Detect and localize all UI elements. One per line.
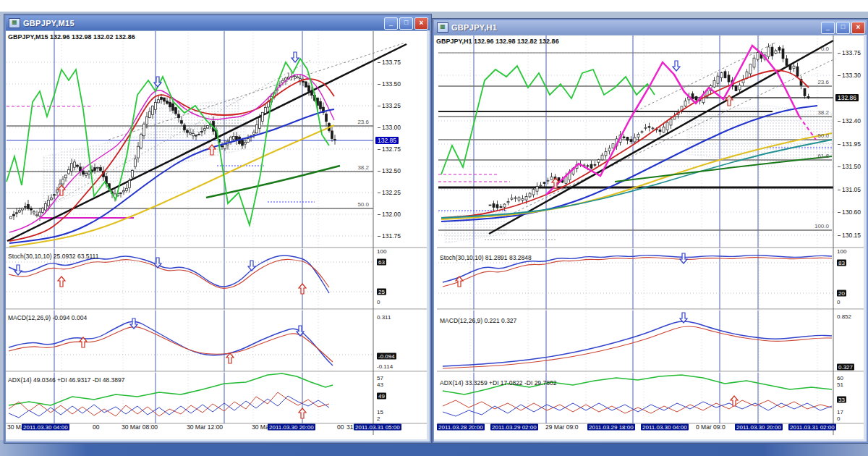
adx-scale-2: 2 <box>377 415 380 422</box>
chart-icon: ▦ <box>437 22 448 33</box>
time-marker-tag: 2011.03.30 04:00 <box>22 424 69 431</box>
stoch-scale-83: 83 <box>837 260 846 266</box>
adx-scale-33: 33 <box>837 397 846 403</box>
price-tick-133.75: 133.75 <box>378 59 401 66</box>
price-tick-131.05: 131.05 <box>838 186 861 193</box>
price-tick-132.40: 132.40 <box>838 117 861 124</box>
ohlc-header: GBPJPY,H1 132.96 132.98 132.82 132.86 <box>436 38 559 45</box>
time-marker-tag: 2011.03.30 20:00 <box>735 424 783 431</box>
chart-content-h1[interactable]: GBPJPY,H1 132.96 132.98 132.82 132.86 13… <box>434 35 864 439</box>
fib-label-50.0: 50.0 <box>817 132 829 139</box>
window-m15: ▦ GBPJPY,M15 _ □ × GBPJPY,M15 132.96 132… <box>4 14 431 443</box>
fib-label-50.0: 50.0 <box>357 201 369 208</box>
titlebar-h1[interactable]: ▦ GBPJPY,H1 _ □ × <box>434 20 867 35</box>
fib-label-0.0: 0.0 <box>821 46 829 52</box>
price-tick-131.95: 131.95 <box>838 140 861 148</box>
adx-scale-15: 15 <box>377 409 383 415</box>
price-tick-133.50: 133.50 <box>378 80 401 88</box>
adx-scale-49: 49 <box>377 393 386 400</box>
macd-scale-0.327: 0.327 <box>837 364 854 371</box>
indicator-label-macd: MACD(12,26,9) 0.221 0.327 <box>440 317 516 324</box>
ohlc-header: GBPJPY,M15 132.96 132.98 132.02 132.86 <box>8 33 135 41</box>
macd-scale-0.852: 0.852 <box>837 313 851 320</box>
fib-label-61.8: 61.8 <box>817 153 829 159</box>
current-price-tag: 132.85 <box>375 137 399 144</box>
time-marker-tag: 2011.03.31 05:00 <box>354 424 401 431</box>
adx-scale-60: 60 <box>837 375 843 381</box>
price-tick-132.75: 132.75 <box>378 145 401 153</box>
time-axis-label: 30 Ma <box>252 423 269 431</box>
price-tick-133.00: 133.00 <box>378 124 401 131</box>
macd-scale--0.114: -0.114 <box>377 363 393 370</box>
chart-icon: ▦ <box>9 18 20 28</box>
time-axis-label: 31 <box>346 423 353 431</box>
indicator-label-stoch: Stoch(30,10,10) 81.2891 83.2848 <box>440 254 532 261</box>
indicator-label-adx: ADX(14) 49.0346 +DI 46.9317 -DI 48.3897 <box>8 376 124 384</box>
time-marker-tag: 2011.03.29 18:00 <box>587 424 635 431</box>
fib-label-38.2: 38.2 <box>357 164 369 171</box>
adx-scale-43: 43 <box>377 381 383 388</box>
price-tick-131.75: 131.75 <box>378 232 401 240</box>
stoch-scale-63: 63 <box>377 259 386 266</box>
restore-button[interactable]: □ <box>399 17 413 30</box>
time-axis-label: 00 <box>337 423 344 431</box>
stoch-scale-20: 20 <box>837 290 846 297</box>
macd-scale--0.094: -0.094 <box>377 353 396 360</box>
time-axis-label: 30 Mar 12:00 <box>187 423 223 431</box>
price-tick-130.60: 130.60 <box>838 208 861 216</box>
time-axis-label: 0 Mar 09:0 <box>696 423 726 431</box>
fib-label-38.2: 38.2 <box>817 109 829 116</box>
minimize-button[interactable]: _ <box>821 22 835 34</box>
restore-button[interactable]: □ <box>836 22 850 34</box>
fib-label-23.6: 23.6 <box>817 79 829 85</box>
time-axis-label: 30 Mar 08:00 <box>122 423 158 431</box>
indicator-label-macd: MACD(12,26,9) -0.094 0.004 <box>8 314 87 321</box>
time-marker-tag: 2011.03.30 20:00 <box>268 424 315 431</box>
window-title: GBPJPY,H1 <box>451 23 821 32</box>
time-marker-tag: 2011.03.31 02:00 <box>788 424 836 431</box>
price-tick-132.00: 132.00 <box>378 211 401 218</box>
price-tick-133.25: 133.25 <box>378 102 401 109</box>
indicator-label-stoch: Stoch(30,10,10) 25.0932 63.5111 <box>8 253 98 260</box>
price-tick-132.50: 132.50 <box>378 167 401 174</box>
time-axis-label: 29 Mar 09:0 <box>545 423 578 431</box>
stoch-scale-0: 0 <box>377 299 380 305</box>
minimize-button[interactable]: _ <box>384 17 398 30</box>
indicator-label-adx: ADX(14) 33.3259 +DI 17.0822 -DI 29.7802 <box>440 379 556 387</box>
price-tick-131.50: 131.50 <box>838 163 861 170</box>
close-button[interactable]: × <box>851 22 865 34</box>
window-h1: ▦ GBPJPY,H1 _ □ × GBPJPY,H1 132.96 132.9… <box>433 19 868 443</box>
price-tick-132.25: 132.25 <box>378 189 401 196</box>
titlebar-m15[interactable]: ▦ GBPJPY,M15 _ □ × <box>6 16 430 30</box>
stoch-scale-25: 25 <box>377 289 386 295</box>
time-marker-tag: 2011.03.29 02:00 <box>490 424 538 431</box>
time-axis-label: 00 <box>93 423 99 431</box>
close-button[interactable]: × <box>414 17 428 30</box>
price-tick-130.15: 130.15 <box>838 232 861 239</box>
stoch-scale-0: 0 <box>837 299 840 305</box>
price-tick-133.30: 133.30 <box>838 72 861 79</box>
time-marker-tag: 2011.03.30 04:00 <box>641 424 689 431</box>
adx-scale-17: 17 <box>837 409 843 415</box>
chart-content-m15[interactable]: GBPJPY,M15 132.96 132.98 132.02 132.86 1… <box>6 30 427 439</box>
adx-scale-51: 51 <box>837 381 843 388</box>
current-price-tag: 132.86 <box>835 94 859 101</box>
price-tick-133.75: 133.75 <box>838 49 861 56</box>
fib-label-100.0: 100.0 <box>814 223 829 229</box>
adx-scale-0: 0 <box>837 415 840 422</box>
window-title: GBPJPY,M15 <box>23 19 384 28</box>
fib-label-23.6: 23.6 <box>357 119 369 125</box>
time-marker-tag: 2011.03.28 20:00 <box>437 424 485 431</box>
stoch-scale-100: 100 <box>377 248 386 255</box>
stoch-scale-100: 100 <box>837 248 846 255</box>
adx-scale-57: 57 <box>377 375 383 381</box>
macd-scale-0.311: 0.311 <box>377 314 391 321</box>
